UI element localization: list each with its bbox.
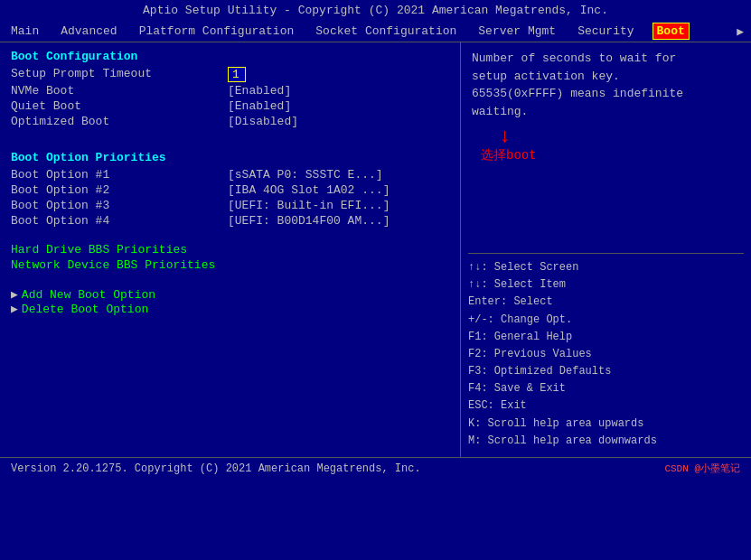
value-quiet-boot[interactable]: [Enabled] — [228, 99, 291, 113]
menu-right-arrow: ▶ — [737, 24, 744, 39]
row-quiet-boot: Quiet Boot [Enabled] — [11, 99, 449, 113]
key-f2: F2: Previous Values — [468, 346, 744, 363]
bottom-bar: Version 2.20.1275. Copyright (C) 2021 Am… — [0, 457, 751, 479]
key-f1: F1: General Help — [468, 329, 744, 346]
label-network-device-bbs[interactable]: Network Device BBS Priorities — [11, 258, 228, 272]
key-m: M: Scroll help area downwards — [468, 433, 744, 450]
key-select-screen: ↑↓: Select Screen — [468, 259, 744, 276]
add-new-boot-option[interactable]: ▶ Add New Boot Option — [11, 287, 449, 302]
label-boot-option-3: Boot Option #3 — [11, 199, 228, 212]
content-area: Boot Configuration Setup Prompt Timeout … — [0, 42, 751, 457]
menu-advanced[interactable]: Advanced — [57, 23, 120, 39]
menu-boot[interactable]: Boot — [652, 23, 690, 40]
title-bar: Aptio Setup Utility - Copyright (C) 2021… — [0, 0, 751, 21]
left-panel: Boot Configuration Setup Prompt Timeout … — [0, 42, 461, 457]
delete-boot-option[interactable]: ▶ Delete Boot Option — [11, 302, 449, 316]
value-boot-option-1[interactable]: [sSATA P0: SSSTC E...] — [228, 168, 383, 182]
label-setup-prompt-timeout: Setup Prompt Timeout — [11, 67, 228, 82]
key-f3: F3: Optimized Defaults — [468, 363, 744, 380]
value-setup-prompt-timeout[interactable]: 1 — [228, 67, 246, 82]
annotation-container: ↓ 选择boot — [481, 127, 740, 163]
key-f4: F4: Save & Exit — [468, 380, 744, 397]
label-nvme-boot: NVMe Boot — [11, 84, 228, 98]
label-boot-option-1: Boot Option #1 — [11, 168, 228, 182]
add-boot-arrow: ▶ — [11, 287, 18, 302]
row-hard-drive-bbs: Hard Drive BBS Priorities — [11, 243, 449, 257]
delete-boot-label: Delete Boot Option — [22, 303, 148, 316]
row-setup-prompt-timeout: Setup Prompt Timeout 1 — [11, 67, 449, 82]
label-boot-option-4: Boot Option #4 — [11, 214, 228, 228]
menu-bar: Main Advanced Platform Configuration Soc… — [0, 21, 751, 42]
delete-boot-arrow: ▶ — [11, 302, 18, 316]
label-optimized-boot: Optimized Boot — [11, 115, 228, 128]
version-text: Version 2.20.1275. Copyright (C) 2021 Am… — [11, 462, 421, 475]
label-hard-drive-bbs[interactable]: Hard Drive BBS Priorities — [11, 243, 228, 257]
key-k: K: Scroll help area upwards — [468, 415, 744, 433]
menu-security[interactable]: Security — [574, 23, 637, 39]
app-title: Aptio Setup Utility - Copyright (C) 2021… — [143, 4, 608, 17]
menu-platform-configuration[interactable]: Platform Configuration — [136, 23, 298, 39]
value-optimized-boot[interactable]: [Disabled] — [228, 115, 298, 128]
key-change-opt: +/-: Change Opt. — [468, 312, 744, 329]
value-boot-option-4[interactable]: [UEFI: B00D14F00 AM...] — [228, 214, 390, 228]
annotation-arrow-icon: ↓ — [499, 127, 740, 147]
annotation-label: 选择boot — [481, 148, 537, 163]
watermark-text: CSDN @小墨笔记 — [664, 462, 740, 475]
key-help-panel: ↑↓: Select Screen ↑↓: Select Item Enter:… — [468, 253, 744, 450]
section-boot-option-priorities: Boot Option Priorities — [11, 151, 449, 164]
menu-socket-configuration[interactable]: Socket Configuration — [312, 23, 460, 39]
row-boot-option-2: Boot Option #2 [IBA 4OG Slot 1A02 ...] — [11, 183, 449, 197]
value-nvme-boot[interactable]: [Enabled] — [228, 84, 291, 98]
help-text: Number of seconds to wait for setup acti… — [472, 50, 740, 120]
label-boot-option-2: Boot Option #2 — [11, 183, 228, 197]
row-boot-option-3: Boot Option #3 [UEFI: Built-in EFI...] — [11, 199, 449, 212]
key-enter: Enter: Select — [468, 294, 744, 311]
value-boot-option-2[interactable]: [IBA 4OG Slot 1A02 ...] — [228, 183, 390, 197]
right-panel: Number of seconds to wait for setup acti… — [461, 42, 751, 457]
key-esc: ESC: Exit — [468, 397, 744, 415]
row-boot-option-4: Boot Option #4 [UEFI: B00D14F00 AM...] — [11, 214, 449, 228]
menu-main[interactable]: Main — [7, 23, 42, 39]
add-boot-label: Add New Boot Option — [22, 288, 155, 302]
row-network-device-bbs: Network Device BBS Priorities — [11, 258, 449, 272]
label-quiet-boot: Quiet Boot — [11, 99, 228, 113]
row-optimized-boot: Optimized Boot [Disabled] — [11, 115, 449, 128]
row-nvme-boot: NVMe Boot [Enabled] — [11, 84, 449, 98]
section-boot-config: Boot Configuration — [11, 50, 449, 63]
value-boot-option-3[interactable]: [UEFI: Built-in EFI...] — [228, 199, 390, 212]
menu-server-mgmt[interactable]: Server Mgmt — [474, 23, 559, 39]
row-boot-option-1: Boot Option #1 [sSATA P0: SSSTC E...] — [11, 168, 449, 182]
key-select-item: ↑↓: Select Item — [468, 276, 744, 294]
